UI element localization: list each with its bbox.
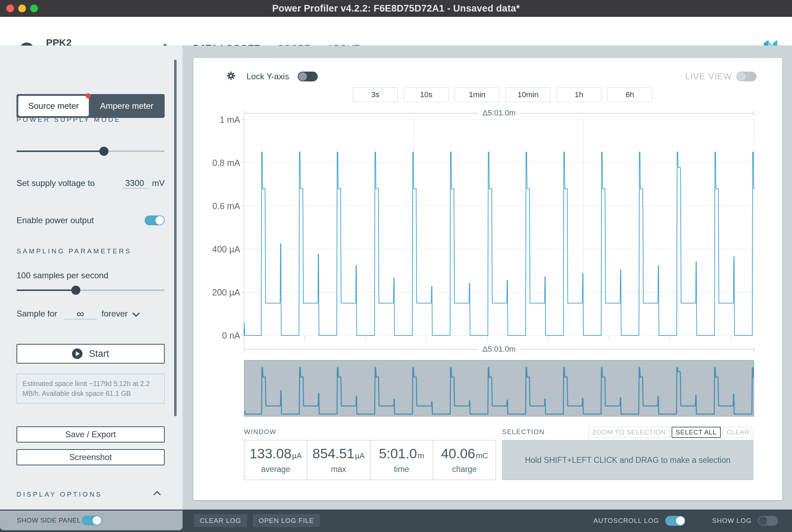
- display-options-heading: DISPLAY OPTIONS: [16, 491, 102, 498]
- chevron-down-icon[interactable]: [132, 309, 140, 317]
- sample-for-label: Sample for: [16, 309, 57, 319]
- play-icon: [72, 348, 82, 359]
- y-tick-400-µA: 400 µA: [190, 244, 240, 254]
- y-tick-0.8-mA: 0.8 mA: [190, 158, 240, 168]
- stat-average: 133.08µAaverage: [244, 440, 307, 480]
- zoom-to-selection-button: ZOOM TO SELECTION: [588, 427, 669, 438]
- lock-y-axis-knob: [298, 72, 307, 81]
- time-range-1h[interactable]: 1h: [556, 87, 601, 102]
- sample-rate-slider[interactable]: [16, 285, 165, 295]
- stat-time-value: 5:01.0: [379, 446, 417, 461]
- app-window: Power Profiler v4.2.2: F6E8D75D72A1 - Un…: [0, 0, 792, 532]
- sample-rate-label: 100 samples per second: [16, 271, 108, 280]
- voltage-slider-thumb[interactable]: [99, 147, 108, 156]
- y-tick-200-µA: 200 µA: [190, 287, 240, 298]
- autoscroll-log-toggle[interactable]: [665, 516, 685, 526]
- log-bar-right: AUTOSCROLL LOG SHOW LOG: [593, 516, 778, 526]
- live-view-toggle[interactable]: [737, 72, 757, 81]
- stat-max: 854.51µAmax: [307, 440, 370, 480]
- time-range-1min[interactable]: 1min: [455, 87, 500, 102]
- clear-log-button[interactable]: CLEAR LOG: [194, 514, 247, 527]
- sample-duration-unit-select[interactable]: forever: [101, 309, 128, 319]
- stat-time-label: time: [394, 465, 409, 474]
- clear-button: CLEAR: [722, 427, 753, 438]
- sidebar-scrollbar[interactable]: [174, 60, 177, 416]
- live-view-knob: [737, 72, 746, 81]
- stat-average-label: average: [261, 465, 290, 474]
- show-side-panel-label: SHOW SIDE PANEL: [17, 511, 81, 530]
- y-tick-0-nA: 0 nA: [190, 330, 240, 341]
- autoscroll-log-knob: [676, 517, 685, 525]
- enable-power-toggle[interactable]: [145, 215, 165, 225]
- time-range-buttons: 3s10s1min10min1h6h: [353, 87, 652, 102]
- screenshot-button[interactable]: Screenshot: [16, 449, 165, 465]
- stat-max-value: 854.51: [312, 446, 354, 461]
- enable-power-label: Enable power output: [16, 215, 94, 225]
- window-stats: 133.08µAaverage854.51µAmax5:01.0mtime40.…: [244, 440, 496, 480]
- start-button-label: Start: [89, 348, 109, 359]
- stat-charge-label: charge: [452, 465, 477, 474]
- source-meter-label: Source meter: [28, 101, 79, 111]
- estimate-line2: MB/h. Available disk space 61.1 GB: [22, 390, 131, 397]
- bottom-delta-label: Δ5:01.0m: [482, 345, 515, 354]
- app-header: PPK2 F6E8D75D72A1 DATA LOGGERSCOPEABOUT: [0, 17, 792, 46]
- lock-y-axis-toggle[interactable]: [298, 72, 318, 81]
- sampling-parameters-heading: SAMPLING PARAMETERS: [16, 247, 132, 255]
- window-title: Power Profiler v4.2.2: F6E8D75D72A1 - Un…: [0, 0, 792, 17]
- stat-charge: 40.06mCcharge: [433, 440, 496, 480]
- stat-average-unit: µA: [292, 451, 302, 460]
- time-range-10s[interactable]: 10s: [404, 87, 449, 102]
- enable-power-knob: [156, 216, 164, 225]
- enable-power-row: Enable power output: [16, 215, 165, 225]
- sample-rate-row: 100 samples per second: [16, 270, 165, 281]
- show-side-panel-toggle[interactable]: [82, 516, 102, 525]
- source-meter-option[interactable]: Source meter: [18, 96, 89, 116]
- live-view-label: LIVE VIEW: [667, 72, 732, 81]
- stat-charge-unit: mC: [476, 451, 488, 460]
- time-range-3s[interactable]: 3s: [353, 87, 398, 102]
- stat-time-unit: m: [418, 451, 424, 460]
- selection-hint-box[interactable]: Hold SHIFT+LEFT CLICK and DRAG to make a…: [502, 440, 753, 480]
- selection-buttons: ZOOM TO SELECTIONSELECT ALLCLEAR: [588, 427, 753, 438]
- voltage-slider[interactable]: [16, 146, 165, 156]
- ampere-meter-option[interactable]: Ampere meter: [89, 94, 165, 118]
- notification-dot: [86, 93, 91, 99]
- show-side-panel-knob: [93, 516, 101, 525]
- power-supply-mode-switch: Ampere meter Source meter: [16, 94, 165, 118]
- show-side-panel-bar: SHOW SIDE PANEL: [0, 511, 183, 530]
- voltage-label: Set supply voltage to: [16, 178, 95, 188]
- stat-max-label: max: [331, 465, 346, 474]
- stat-max-unit: µA: [355, 451, 364, 460]
- stat-charge-value: 40.06: [441, 446, 475, 461]
- titlebar: Power Profiler v4.2.2: F6E8D75D72A1 - Un…: [0, 0, 792, 17]
- y-tick-1-mA: 1 mA: [190, 114, 240, 125]
- estimate-line1: Estimated space limit ~1179d 5:12h at 2.…: [22, 380, 150, 387]
- bottom-delta-ruler: Δ5:01.0m: [244, 345, 754, 353]
- current-chart[interactable]: [241, 116, 754, 346]
- stat-average-value: 133.08: [250, 446, 291, 461]
- show-log-label: SHOW LOG: [712, 517, 752, 525]
- show-log-toggle[interactable]: [758, 516, 778, 526]
- y-tick-0.6-mA: 0.6 mA: [190, 201, 240, 211]
- sample-rate-slider-thumb[interactable]: [71, 286, 80, 295]
- lock-y-axis-label: Lock Y-axis: [246, 72, 289, 81]
- selection-panel-label: SELECTION: [502, 428, 544, 436]
- sidebar: POWER SUPPLY MODE Ampere meter Source me…: [0, 46, 183, 511]
- gear-icon[interactable]: [226, 71, 236, 81]
- select-all-button[interactable]: SELECT ALL: [672, 427, 721, 438]
- minimap-overview[interactable]: [244, 360, 754, 417]
- start-button[interactable]: Start: [16, 344, 165, 364]
- disk-space-estimate: Estimated space limit ~1179d 5:12h at 2.…: [16, 374, 165, 404]
- chevron-up-icon[interactable]: [153, 491, 161, 498]
- show-log-knob: [759, 517, 767, 525]
- time-range-6h[interactable]: 6h: [607, 87, 652, 102]
- log-buttons: CLEAR LOGOPEN LOG FILE: [194, 514, 320, 527]
- open-log-file-button[interactable]: OPEN LOG FILE: [253, 514, 320, 527]
- sample-duration-input[interactable]: ∞: [64, 308, 97, 319]
- time-range-10min[interactable]: 10min: [506, 87, 550, 102]
- selection-hint-text: Hold SHIFT+LEFT CLICK and DRAG to make a…: [525, 455, 731, 465]
- save-export-button[interactable]: Save / Export: [16, 426, 165, 443]
- window-panel-label: WINDOW: [244, 428, 276, 436]
- autoscroll-log-label: AUTOSCROLL LOG: [593, 517, 659, 525]
- sample-for-row: Sample for ∞ forever: [16, 307, 165, 320]
